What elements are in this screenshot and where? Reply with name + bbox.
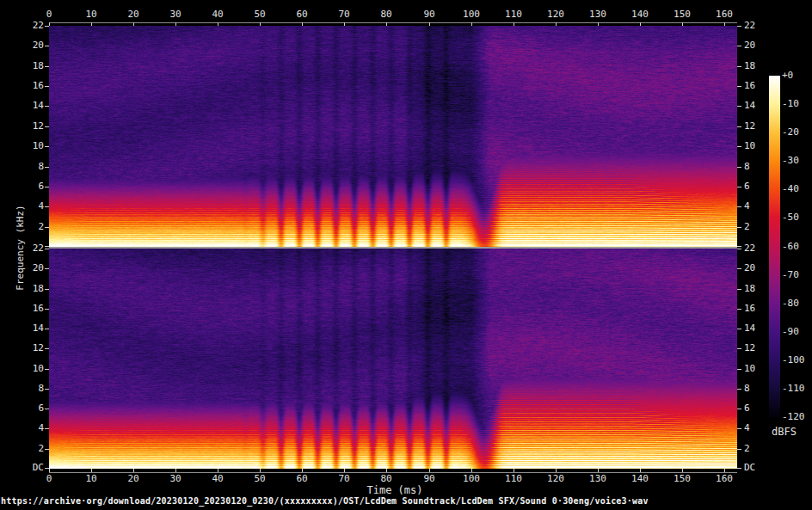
colorbar-tick-label: -70 [782, 270, 811, 280]
x-axis-title: Time (ms) [352, 485, 438, 495]
freq-tick-mark [45, 369, 49, 370]
freq-tick-label: 10 [17, 141, 44, 151]
freq-tick-label: 22 [17, 21, 44, 31]
time-tick-mark [133, 22, 134, 26]
freq-tick-mark [45, 289, 49, 290]
time-tick-mark [218, 22, 218, 26]
freq-tick-mark [45, 146, 49, 147]
freq-tick-mark [737, 348, 741, 349]
time-tick-mark [724, 22, 725, 26]
freq-tick-label: 16 [17, 81, 44, 91]
time-tick-label: 80 [373, 9, 399, 20]
freq-tick-mark [737, 46, 741, 46]
time-tick-label: 90 [416, 9, 442, 20]
freq-tick-label: 8 [17, 162, 44, 172]
time-tick-mark [556, 469, 557, 472]
colorbar-tick-label: -90 [782, 327, 811, 337]
freq-tick-mark [737, 86, 741, 87]
time-tick-mark [175, 22, 176, 26]
freq-dc-tick-mark [45, 468, 49, 469]
time-tick-mark [429, 22, 430, 26]
freq-tick-label: 2 [744, 222, 771, 232]
spectrogram-channel-0 [49, 26, 737, 247]
time-tick-label: 50 [247, 474, 273, 484]
colorbar-tick-label: -80 [782, 298, 811, 309]
time-tick-label: 150 [669, 9, 695, 20]
freq-tick-mark [737, 167, 741, 168]
time-tick-mark [260, 469, 261, 472]
time-tick-label: 120 [543, 9, 569, 20]
time-tick-mark [302, 469, 303, 472]
freq-tick-mark [45, 309, 49, 310]
time-tick-label: 60 [289, 9, 315, 20]
freq-tick-label: 2 [744, 444, 771, 454]
freq-dc-tick-mark [45, 246, 49, 247]
time-tick-mark [640, 469, 641, 472]
spectrogram-channel-1 [49, 249, 737, 469]
time-tick-mark [598, 22, 599, 26]
colorbar-tick-label: -40 [782, 184, 811, 194]
colorbar-tick-label: -50 [782, 212, 811, 223]
freq-tick-mark [737, 126, 741, 127]
freq-tick-mark [45, 206, 49, 207]
time-tick-mark [91, 469, 92, 472]
source-url-text: https://archive·org/download/20230120_20… [1, 496, 649, 506]
freq-tick-label: 18 [17, 61, 44, 71]
freq-tick-mark [45, 66, 49, 67]
freq-tick-mark [737, 289, 741, 290]
freq-dc-label: DC [744, 463, 771, 473]
colorbar-tick-label: +0 [782, 71, 811, 81]
time-tick-mark [514, 22, 514, 26]
freq-tick-mark [737, 309, 741, 310]
freq-dc-tick-mark [737, 468, 741, 469]
time-tick-mark [556, 22, 557, 26]
freq-tick-mark [45, 428, 49, 429]
time-tick-mark [260, 22, 261, 26]
freq-tick-label: 6 [744, 181, 771, 192]
time-tick-label: 160 [711, 9, 737, 20]
freq-tick-label: 8 [744, 384, 771, 394]
freq-tick-mark [45, 167, 49, 168]
spectrogram-window: 0102030405060708090100110120130140150160… [0, 0, 812, 510]
colorbar-tick-label: -20 [782, 127, 811, 138]
freq-tick-mark [737, 369, 741, 370]
time-tick-label: 10 [78, 9, 104, 20]
freq-dc-label: DC [17, 463, 44, 473]
top-axis-line [49, 22, 737, 23]
freq-tick-mark [45, 227, 49, 228]
time-tick-label: 110 [501, 474, 526, 484]
freq-tick-label: 22 [744, 21, 771, 31]
time-tick-label: 160 [711, 474, 737, 484]
time-tick-label: 30 [163, 474, 188, 484]
time-tick-mark [682, 469, 683, 472]
y-axis-title: Frequency (kHz) [15, 179, 26, 316]
time-tick-label: 20 [120, 474, 146, 484]
freq-tick-label: 14 [744, 101, 771, 111]
colorbar-unit-label: dBFS [772, 427, 797, 437]
time-tick-label: 100 [458, 474, 484, 484]
freq-tick-label: 20 [744, 40, 771, 51]
freq-tick-mark [737, 106, 741, 107]
time-tick-label: 90 [416, 474, 442, 484]
freq-tick-mark [737, 187, 741, 187]
freq-tick-mark [45, 249, 49, 249]
freq-tick-mark [737, 449, 741, 450]
time-tick-label: 140 [627, 9, 653, 20]
time-tick-label: 80 [373, 474, 399, 484]
time-tick-label: 40 [205, 474, 231, 484]
freq-tick-mark [737, 66, 741, 67]
colorbar-tick-label: -110 [782, 384, 811, 394]
time-tick-label: 130 [585, 9, 611, 20]
time-tick-mark [514, 469, 514, 472]
time-tick-label: 100 [458, 9, 484, 20]
time-tick-mark [302, 22, 303, 26]
time-tick-mark [429, 469, 430, 472]
time-tick-label: 140 [627, 474, 653, 484]
time-tick-mark [49, 22, 50, 26]
freq-tick-label: 18 [744, 284, 771, 294]
freq-tick-label: 12 [744, 121, 771, 132]
time-tick-label: 0 [36, 474, 62, 484]
freq-tick-label: 14 [17, 323, 44, 334]
freq-tick-label: 10 [744, 141, 771, 151]
time-tick-mark [344, 22, 345, 26]
